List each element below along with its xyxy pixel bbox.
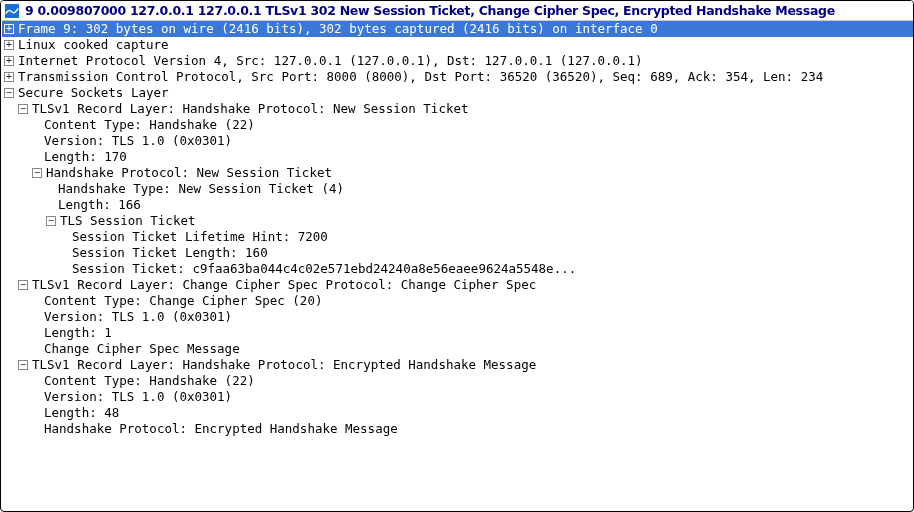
- window-titlebar: 9 0.009807000 127.0.0.1 127.0.0.1 TLSv1 …: [1, 1, 913, 21]
- tree-item-session-ticket[interactable]: − TLS Session Ticket: [2, 213, 913, 229]
- tree-label: Content Type: Change Cipher Spec (20): [44, 293, 322, 309]
- tree-item-ticket-data[interactable]: Session Ticket: c9faa63ba044c4c02e571ebd…: [2, 261, 913, 277]
- tree-item-version[interactable]: Version: TLS 1.0 (0x0301): [2, 133, 913, 149]
- collapse-icon[interactable]: −: [18, 104, 28, 114]
- tree-label: Change Cipher Spec Message: [44, 341, 240, 357]
- tree-item-version[interactable]: Version: TLS 1.0 (0x0301): [2, 389, 913, 405]
- tree-label: Version: TLS 1.0 (0x0301): [44, 389, 232, 405]
- tree-item-length[interactable]: Length: 1: [2, 325, 913, 341]
- tree-label: Handshake Protocol: Encrypted Handshake …: [44, 421, 398, 437]
- tree-label: Length: 170: [44, 149, 127, 165]
- collapse-icon[interactable]: −: [4, 88, 14, 98]
- tree-label: Content Type: Handshake (22): [44, 117, 255, 133]
- tree-label: Session Ticket: c9faa63ba044c4c02e571ebd…: [72, 261, 576, 277]
- expand-icon[interactable]: +: [4, 56, 14, 66]
- tree-item-encrypted-handshake[interactable]: Handshake Protocol: Encrypted Handshake …: [2, 421, 913, 437]
- tree-item-ccs-message[interactable]: Change Cipher Spec Message: [2, 341, 913, 357]
- tree-label: Frame 9: 302 bytes on wire (2416 bits), …: [18, 21, 658, 37]
- tree-label: TLSv1 Record Layer: Handshake Protocol: …: [32, 357, 536, 373]
- tree-label: TLSv1 Record Layer: Handshake Protocol: …: [32, 101, 469, 117]
- tree-label: Version: TLS 1.0 (0x0301): [44, 133, 232, 149]
- tree-label: Length: 166: [58, 197, 141, 213]
- tree-item-content-type[interactable]: Content Type: Handshake (22): [2, 373, 913, 389]
- collapse-icon[interactable]: −: [18, 280, 28, 290]
- tree-item-record1[interactable]: − TLSv1 Record Layer: Handshake Protocol…: [2, 101, 913, 117]
- wireshark-icon: [5, 4, 19, 18]
- tree-label: Internet Protocol Version 4, Src: 127.0.…: [18, 53, 643, 69]
- tree-item-ip[interactable]: + Internet Protocol Version 4, Src: 127.…: [2, 53, 913, 69]
- tree-item-ticket-length[interactable]: Session Ticket Length: 160: [2, 245, 913, 261]
- tree-label: TLS Session Ticket: [60, 213, 195, 229]
- tree-item-length[interactable]: Length: 48: [2, 405, 913, 421]
- expand-icon[interactable]: +: [4, 24, 14, 34]
- tree-item-linux-cooked[interactable]: + Linux cooked capture: [2, 37, 913, 53]
- tree-item-record2[interactable]: − TLSv1 Record Layer: Change Cipher Spec…: [2, 277, 913, 293]
- collapse-icon[interactable]: −: [46, 216, 56, 226]
- tree-item-handshake-type[interactable]: Handshake Type: New Session Ticket (4): [2, 181, 913, 197]
- tree-item-record3[interactable]: − TLSv1 Record Layer: Handshake Protocol…: [2, 357, 913, 373]
- tree-item-handshake[interactable]: − Handshake Protocol: New Session Ticket: [2, 165, 913, 181]
- tree-label: Linux cooked capture: [18, 37, 169, 53]
- tree-label: Length: 48: [44, 405, 119, 421]
- tree-label: Length: 1: [44, 325, 112, 341]
- tree-item-content-type[interactable]: Content Type: Change Cipher Spec (20): [2, 293, 913, 309]
- tree-item-content-type[interactable]: Content Type: Handshake (22): [2, 117, 913, 133]
- tree-label: Session Ticket Lifetime Hint: 7200: [72, 229, 328, 245]
- tree-item-ssl[interactable]: − Secure Sockets Layer: [2, 85, 913, 101]
- tree-item-version[interactable]: Version: TLS 1.0 (0x0301): [2, 309, 913, 325]
- tree-item-frame[interactable]: + Frame 9: 302 bytes on wire (2416 bits)…: [2, 21, 913, 37]
- tree-label: Handshake Protocol: New Session Ticket: [46, 165, 332, 181]
- tree-item-ticket-lifetime[interactable]: Session Ticket Lifetime Hint: 7200: [2, 229, 913, 245]
- tree-item-handshake-length[interactable]: Length: 166: [2, 197, 913, 213]
- collapse-icon[interactable]: −: [18, 360, 28, 370]
- tree-label: Session Ticket Length: 160: [72, 245, 268, 261]
- tree-label: Secure Sockets Layer: [18, 85, 169, 101]
- window-title: 9 0.009807000 127.0.0.1 127.0.0.1 TLSv1 …: [25, 3, 835, 18]
- tree-label: Transmission Control Protocol, Src Port:…: [18, 69, 823, 85]
- tree-item-tcp[interactable]: + Transmission Control Protocol, Src Por…: [2, 69, 913, 85]
- tree-label: Content Type: Handshake (22): [44, 373, 255, 389]
- tree-label: TLSv1 Record Layer: Change Cipher Spec P…: [32, 277, 536, 293]
- collapse-icon[interactable]: −: [32, 168, 42, 178]
- tree-label: Handshake Type: New Session Ticket (4): [58, 181, 344, 197]
- expand-icon[interactable]: +: [4, 40, 14, 50]
- tree-item-length[interactable]: Length: 170: [2, 149, 913, 165]
- expand-icon[interactable]: +: [4, 72, 14, 82]
- tree-label: Version: TLS 1.0 (0x0301): [44, 309, 232, 325]
- packet-details-tree[interactable]: + Frame 9: 302 bytes on wire (2416 bits)…: [1, 21, 913, 437]
